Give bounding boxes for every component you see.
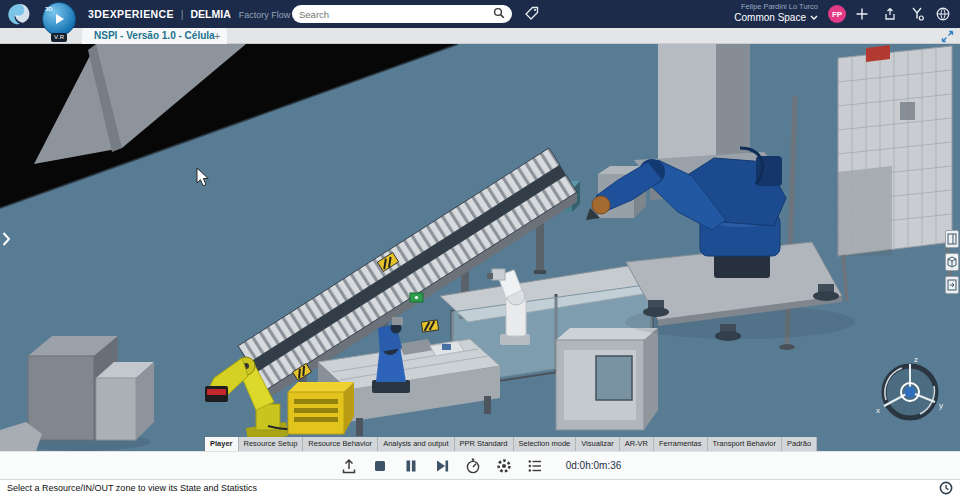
avatar-initials: FP xyxy=(832,10,842,19)
app-name: DELMIA xyxy=(191,8,231,20)
simulation-time: 0d:0h:0m:36 xyxy=(566,460,622,471)
expand-left-panel-icon[interactable] xyxy=(0,230,12,250)
new-tab-button[interactable]: + xyxy=(214,28,220,44)
dock-panel-3-icon[interactable] xyxy=(945,276,959,294)
tag-icon[interactable] xyxy=(524,6,540,22)
triad-z-label: z xyxy=(914,355,918,364)
tab-ppr-standard[interactable]: PPR Standard xyxy=(455,437,514,451)
3ds-logo-icon[interactable] xyxy=(6,3,32,26)
stop-icon[interactable] xyxy=(370,456,390,476)
step-forward-icon[interactable] xyxy=(432,456,452,476)
pause-icon[interactable] xyxy=(401,456,421,476)
tab-resource-setup[interactable]: Resource Setup xyxy=(239,437,304,451)
tab-transport-behavior[interactable]: Transport Behavior xyxy=(708,437,783,451)
speed-gauge-icon[interactable] xyxy=(463,456,483,476)
triad-x-label: x xyxy=(876,406,880,415)
user-name: Felipe Pardini Lo Turco xyxy=(734,3,818,12)
compass-widget: 3D V.R xyxy=(40,1,78,43)
add-icon[interactable] xyxy=(854,6,870,22)
help-globe-icon[interactable] xyxy=(935,6,951,22)
status-message: Select a Resource/IN/OUT zone to view it… xyxy=(7,483,257,493)
top-bar: 3DEXPERIENCE | DELMIA Factory Flow Simul… xyxy=(0,0,960,28)
hazard-label xyxy=(421,320,438,332)
right-dock xyxy=(945,230,959,294)
control-cabinet[interactable] xyxy=(556,328,658,430)
share-icon[interactable] xyxy=(882,6,898,22)
yellow-controller-box[interactable] xyxy=(288,382,354,434)
tab-selection-mode[interactable]: Selection mode xyxy=(514,437,577,451)
3d-viewport[interactable]: z y x Player Resource Setup Resource Beh… xyxy=(0,44,960,451)
detach-window-icon[interactable] xyxy=(941,30,954,43)
tab-ar-vr[interactable]: AR-VR xyxy=(620,437,654,451)
green-sign xyxy=(410,293,423,302)
status-bar: Select a Resource/IN/OUT zone to view it… xyxy=(0,479,960,496)
tab-player[interactable]: Player xyxy=(205,437,239,451)
tools-icon[interactable] xyxy=(909,6,925,22)
dock-panel-1-icon[interactable] xyxy=(945,230,959,248)
play-icon xyxy=(52,12,66,26)
player-toolbar: 0d:0h:0m:36 xyxy=(0,451,960,479)
scene-svg: z y x xyxy=(0,44,960,451)
compass-3d-label: 3D xyxy=(45,6,53,12)
delmia-app-window: 3DEXPERIENCE | DELMIA Factory Flow Simul… xyxy=(0,0,960,496)
tab-analysis-and-output[interactable]: Analysis and output xyxy=(378,437,454,451)
document-tab-bar: NSPI - Versão 1.0 - Célula + xyxy=(0,28,960,44)
user-block: Felipe Pardini Lo Turco Common Space xyxy=(734,3,818,23)
vr-badge: V.R xyxy=(51,33,67,42)
settings-gear-icon[interactable] xyxy=(494,456,514,476)
workbench-tab-bar: Player Resource Setup Resource Behavior … xyxy=(205,437,817,451)
event-list-icon[interactable] xyxy=(525,456,545,476)
tab-padrao[interactable]: Padrão xyxy=(782,437,817,451)
export-icon[interactable] xyxy=(339,456,359,476)
document-tab[interactable]: NSPI - Versão 1.0 - Célula xyxy=(82,28,227,44)
space-selector[interactable]: Common Space xyxy=(734,12,818,24)
tab-visualizar[interactable]: Visualizar xyxy=(576,437,619,451)
tab-ferramentas[interactable]: Ferramentas xyxy=(654,437,708,451)
brand-name: 3DEXPERIENCE xyxy=(88,8,174,20)
search-input[interactable] xyxy=(299,9,493,20)
status-clock-icon[interactable] xyxy=(938,481,953,496)
space-label: Common Space xyxy=(734,12,806,24)
search-icon[interactable] xyxy=(493,5,505,23)
dock-panel-2-icon[interactable] xyxy=(945,253,959,271)
avatar[interactable]: FP xyxy=(828,5,846,23)
title-separator: | xyxy=(181,8,184,20)
chevron-down-icon xyxy=(810,15,818,20)
tab-resource-behavior[interactable]: Resource Behavior xyxy=(303,437,378,451)
triad-y-label: y xyxy=(939,401,943,410)
global-search[interactable] xyxy=(292,5,512,23)
